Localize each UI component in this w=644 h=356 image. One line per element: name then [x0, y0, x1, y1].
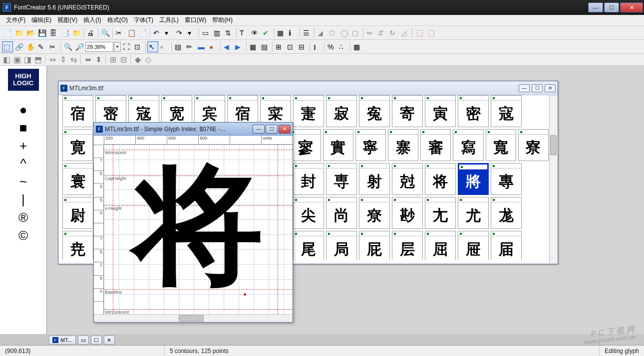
copy-icon[interactable]: 📋	[126, 27, 137, 38]
paste-icon[interactable]: 📄	[137, 27, 148, 38]
win-max-button[interactable]: ☐	[532, 84, 543, 92]
glyph-cell[interactable]: 寇	[491, 95, 522, 127]
glyph-cell[interactable]: 寫	[453, 129, 483, 161]
palette-sample[interactable]: ®	[14, 208, 32, 226]
align-t-icon[interactable]: ⬒	[33, 55, 42, 64]
menu-item[interactable]: 窗口(W)	[182, 15, 209, 25]
cut-icon[interactable]: ✂	[114, 27, 125, 38]
check-icon[interactable]: ✔	[261, 27, 272, 38]
snap3-icon[interactable]: ⊟	[297, 41, 308, 52]
palette-sample[interactable]: ●	[14, 101, 32, 119]
lasso-icon[interactable]: 🔗	[13, 41, 24, 52]
tool-b-icon[interactable]: ⬡	[327, 27, 338, 38]
pencil-icon[interactable]: ✏	[185, 41, 196, 52]
skew-icon[interactable]: ◿	[399, 27, 410, 38]
copy-doc-icon[interactable]: 📑	[59, 27, 70, 38]
flip-v-icon[interactable]: ⇵	[376, 27, 387, 38]
ed-close-button[interactable]: ✕	[279, 125, 291, 134]
palette-sample[interactable]: ©	[14, 226, 32, 244]
sort-icon[interactable]: ⇅	[224, 27, 235, 38]
glyph-editor-window[interactable]: F MTLmr3m.ttf - Simple Glyph Index: $076…	[93, 122, 293, 323]
scrollbar-thumb[interactable]	[550, 135, 557, 155]
maximize-button[interactable]: ☐	[604, 2, 619, 12]
glyph-cell[interactable]: 寧	[355, 129, 386, 161]
glyph-cell[interactable]: 尤	[458, 197, 489, 229]
group-icon[interactable]: ⊞	[108, 55, 117, 64]
glyph-cell[interactable]: 寬	[486, 129, 516, 161]
open-icon[interactable]: 📁	[13, 27, 24, 38]
glyph-cell[interactable]: 寰	[62, 163, 93, 195]
align-c-icon[interactable]: ▣	[12, 55, 21, 64]
win-min-button[interactable]: —	[519, 84, 530, 92]
xtra2-icon[interactable]: ◇	[144, 55, 153, 64]
align-r-icon[interactable]: ◨	[23, 55, 32, 64]
glyph-cell[interactable]: 密	[458, 95, 489, 127]
minimize-button[interactable]: —	[588, 2, 603, 12]
glyph-cell[interactable]: 寂	[326, 95, 357, 127]
new-icon[interactable]: 📄	[2, 27, 13, 38]
glyph-cell[interactable]: 寛	[62, 129, 93, 161]
editor-hscrollbar[interactable]	[94, 314, 293, 322]
glyph-cell[interactable]: 尢	[425, 197, 456, 229]
same-h-icon[interactable]: ⬍	[94, 55, 103, 64]
palette-sample[interactable]: ~	[14, 173, 32, 190]
editor-titlebar[interactable]: F MTLmr3m.ttf - Simple Glyph Index: $076…	[94, 123, 293, 136]
glyph-cell[interactable]: 尠	[392, 197, 423, 229]
nodes-icon[interactable]: ∴	[337, 41, 348, 52]
glyph-cell[interactable]: 局	[326, 231, 357, 260]
palette-sample[interactable]: ■	[14, 119, 32, 137]
window2-icon[interactable]: ▥	[212, 27, 223, 38]
glyph-cell[interactable]: 屁	[359, 231, 390, 260]
editor-canvas[interactable]: 200400600800units 7505075250 WinAscentCa…	[94, 136, 293, 314]
print-icon[interactable]: 🖨	[85, 27, 96, 38]
node-tool-icon[interactable]: ▫	[159, 41, 170, 52]
glyph-cell[interactable]: 實	[323, 129, 353, 161]
same-w-icon[interactable]: ⬌	[83, 55, 92, 64]
validate-icon[interactable]: %	[326, 41, 337, 52]
ed-min-button[interactable]: —	[253, 125, 265, 134]
window1-icon[interactable]: ▭	[201, 27, 212, 38]
glyph-cell[interactable]: 层	[392, 231, 423, 260]
glyph-cell[interactable]: 寃	[359, 95, 390, 127]
list-icon[interactable]: ☰	[302, 27, 313, 38]
arrow-l-icon[interactable]: ◀	[222, 41, 233, 52]
layer-icon[interactable]: ▤	[173, 41, 184, 52]
xtra1-icon[interactable]: ◆	[133, 55, 142, 64]
zoom-input[interactable]: 29.38%	[85, 42, 113, 52]
glyph-cell[interactable]: 尾	[293, 231, 324, 260]
pen-icon[interactable]: ✎	[36, 41, 47, 52]
arrow-tool-icon[interactable]: ↖	[147, 41, 158, 52]
saveall-icon[interactable]: 🗄	[48, 27, 59, 38]
folder-icon[interactable]: 📁	[71, 27, 82, 38]
undo-drop-icon[interactable]: ▾	[163, 27, 174, 38]
glyph-cell[interactable]: 専	[326, 163, 357, 195]
menu-item[interactable]: 工具(L)	[156, 15, 182, 25]
editor-plot[interactable]: WinAscentCapHeightx-HeightBaselineWinDes…	[104, 145, 293, 314]
win-close-button[interactable]: ✕	[545, 84, 556, 92]
glyph-cell[interactable]: 寁	[293, 95, 324, 127]
menu-item[interactable]: 格式(O)	[104, 15, 131, 25]
taskbar-close-button[interactable]: ✕	[104, 336, 115, 345]
glyph-cell[interactable]: 寨	[388, 129, 418, 161]
zoom-dropdown[interactable]: ▾	[114, 42, 121, 52]
glyph-cell[interactable]: 寥	[290, 129, 321, 161]
close-button[interactable]: ✕	[620, 2, 643, 12]
arrow-r-icon[interactable]: ▶	[234, 41, 245, 52]
dist-v-icon[interactable]: ⇕	[58, 55, 67, 64]
knife-icon[interactable]: ✂	[48, 41, 59, 52]
taskbar-max-button[interactable]: ☐	[91, 336, 102, 345]
snap1-icon[interactable]: ⊞	[274, 41, 285, 52]
zoom-out-icon[interactable]: 🔎	[74, 41, 85, 52]
save-icon[interactable]: 💾	[36, 27, 47, 38]
clip2-icon[interactable]: 📋	[425, 27, 436, 38]
guides-icon[interactable]: ▤	[260, 41, 271, 52]
select-rect-icon[interactable]: ⬚	[2, 41, 13, 52]
menu-item[interactable]: 字体(T)	[131, 15, 156, 25]
rotate-icon[interactable]: ↻	[388, 27, 399, 38]
text-tool-icon[interactable]: T	[238, 27, 249, 38]
glyph-cell[interactable]: 尭	[62, 231, 93, 260]
palette-sample[interactable]: ^	[14, 155, 32, 173]
glyph-window-titlebar[interactable]: F MTLmr3m.ttf — ☐ ✕	[58, 81, 558, 95]
hscroll-thumb[interactable]	[179, 315, 204, 322]
glyph-cell[interactable]: 屉	[458, 231, 489, 260]
